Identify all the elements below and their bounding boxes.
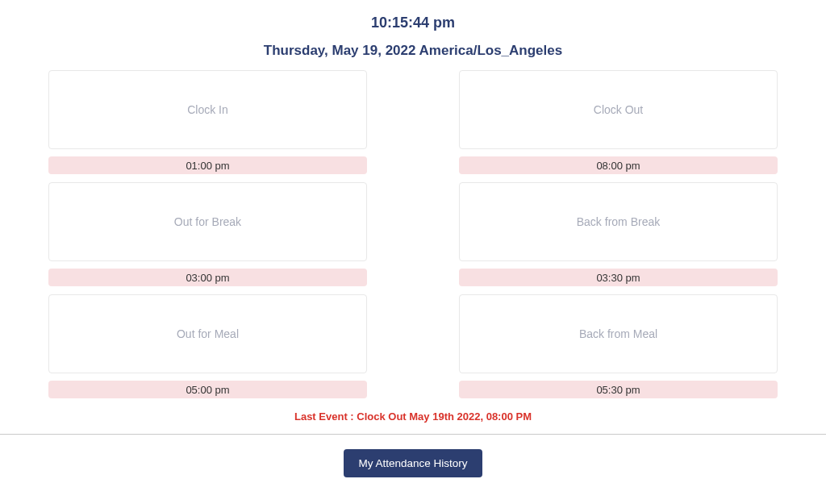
out-for-meal-time: 05:00 pm — [48, 381, 367, 398]
out-for-break-button[interactable]: Out for Break — [48, 182, 367, 261]
back-from-break-button[interactable]: Back from Break — [459, 182, 778, 261]
last-event-label: Last Event : Clock Out May 19th 2022, 08… — [6, 410, 820, 423]
back-from-break-time: 03:30 pm — [459, 269, 778, 286]
attendance-history-button[interactable]: My Attendance History — [344, 449, 482, 477]
out-for-meal-button[interactable]: Out for Meal — [48, 294, 367, 373]
current-time: 10:15:44 pm — [6, 0, 820, 31]
back-from-meal-button[interactable]: Back from Meal — [459, 294, 778, 373]
out-for-break-time: 03:00 pm — [48, 269, 367, 286]
attendance-grid: Clock In 01:00 pm Clock Out 08:00 pm Out… — [6, 70, 820, 398]
section-divider — [0, 434, 826, 435]
clock-out-button[interactable]: Clock Out — [459, 70, 778, 149]
back-from-meal-time: 05:30 pm — [459, 381, 778, 398]
clock-in-button[interactable]: Clock In — [48, 70, 367, 149]
clock-in-time: 01:00 pm — [48, 156, 367, 174]
current-date: Thursday, May 19, 2022 America/Los_Angel… — [6, 43, 820, 59]
clock-out-time: 08:00 pm — [459, 156, 778, 174]
